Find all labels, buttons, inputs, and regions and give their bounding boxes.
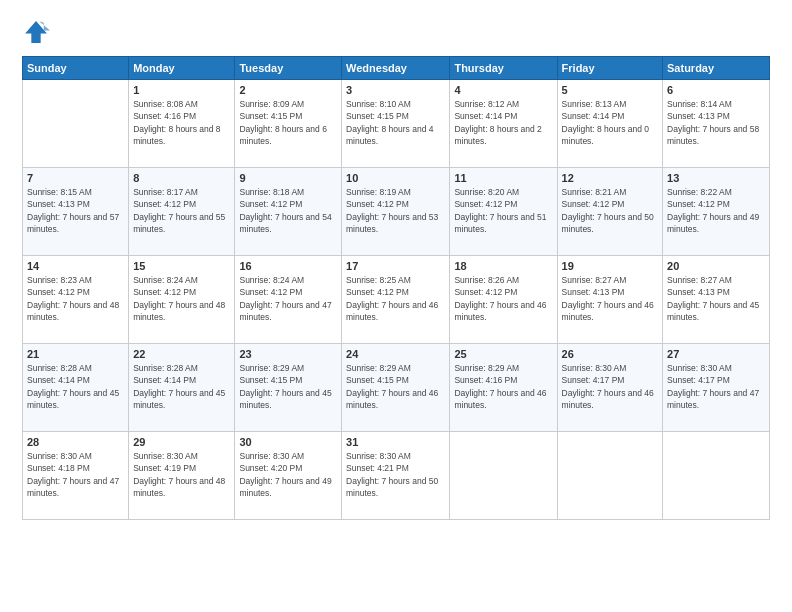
calendar-cell: 24Sunrise: 8:29 AMSunset: 4:15 PMDayligh…: [342, 344, 450, 432]
cell-info: Sunrise: 8:25 AMSunset: 4:12 PMDaylight:…: [346, 274, 445, 323]
day-number: 16: [239, 260, 337, 272]
day-number: 9: [239, 172, 337, 184]
week-row-3: 21Sunrise: 8:28 AMSunset: 4:14 PMDayligh…: [23, 344, 770, 432]
cell-info: Sunrise: 8:28 AMSunset: 4:14 PMDaylight:…: [27, 362, 124, 411]
cell-info: Sunrise: 8:15 AMSunset: 4:13 PMDaylight:…: [27, 186, 124, 235]
day-number: 24: [346, 348, 445, 360]
day-number: 31: [346, 436, 445, 448]
calendar-cell: 19Sunrise: 8:27 AMSunset: 4:13 PMDayligh…: [557, 256, 662, 344]
logo: [22, 18, 54, 46]
cell-info: Sunrise: 8:17 AMSunset: 4:12 PMDaylight:…: [133, 186, 230, 235]
calendar: SundayMondayTuesdayWednesdayThursdayFrid…: [22, 56, 770, 520]
calendar-cell: 2Sunrise: 8:09 AMSunset: 4:15 PMDaylight…: [235, 80, 342, 168]
day-number: 11: [454, 172, 552, 184]
day-number: 26: [562, 348, 658, 360]
calendar-cell: 4Sunrise: 8:12 AMSunset: 4:14 PMDaylight…: [450, 80, 557, 168]
day-number: 8: [133, 172, 230, 184]
day-number: 3: [346, 84, 445, 96]
day-header-tuesday: Tuesday: [235, 57, 342, 80]
day-number: 20: [667, 260, 765, 272]
week-row-1: 7Sunrise: 8:15 AMSunset: 4:13 PMDaylight…: [23, 168, 770, 256]
day-number: 23: [239, 348, 337, 360]
calendar-cell: [23, 80, 129, 168]
cell-info: Sunrise: 8:24 AMSunset: 4:12 PMDaylight:…: [133, 274, 230, 323]
cell-info: Sunrise: 8:28 AMSunset: 4:14 PMDaylight:…: [133, 362, 230, 411]
day-header-wednesday: Wednesday: [342, 57, 450, 80]
day-number: 5: [562, 84, 658, 96]
calendar-cell: 13Sunrise: 8:22 AMSunset: 4:12 PMDayligh…: [663, 168, 770, 256]
day-number: 30: [239, 436, 337, 448]
day-number: 18: [454, 260, 552, 272]
week-row-4: 28Sunrise: 8:30 AMSunset: 4:18 PMDayligh…: [23, 432, 770, 520]
cell-info: Sunrise: 8:09 AMSunset: 4:15 PMDaylight:…: [239, 98, 337, 147]
day-number: 1: [133, 84, 230, 96]
cell-info: Sunrise: 8:08 AMSunset: 4:16 PMDaylight:…: [133, 98, 230, 147]
cell-info: Sunrise: 8:30 AMSunset: 4:17 PMDaylight:…: [667, 362, 765, 411]
day-number: 29: [133, 436, 230, 448]
day-header-monday: Monday: [129, 57, 235, 80]
day-number: 12: [562, 172, 658, 184]
day-number: 17: [346, 260, 445, 272]
day-number: 25: [454, 348, 552, 360]
calendar-cell: 23Sunrise: 8:29 AMSunset: 4:15 PMDayligh…: [235, 344, 342, 432]
day-header-thursday: Thursday: [450, 57, 557, 80]
cell-info: Sunrise: 8:29 AMSunset: 4:15 PMDaylight:…: [239, 362, 337, 411]
cell-info: Sunrise: 8:26 AMSunset: 4:12 PMDaylight:…: [454, 274, 552, 323]
header: [22, 18, 770, 46]
calendar-cell: 3Sunrise: 8:10 AMSunset: 4:15 PMDaylight…: [342, 80, 450, 168]
cell-info: Sunrise: 8:29 AMSunset: 4:15 PMDaylight:…: [346, 362, 445, 411]
day-header-friday: Friday: [557, 57, 662, 80]
cell-info: Sunrise: 8:27 AMSunset: 4:13 PMDaylight:…: [562, 274, 658, 323]
calendar-cell: 7Sunrise: 8:15 AMSunset: 4:13 PMDaylight…: [23, 168, 129, 256]
day-number: 14: [27, 260, 124, 272]
calendar-cell: 26Sunrise: 8:30 AMSunset: 4:17 PMDayligh…: [557, 344, 662, 432]
calendar-cell: 17Sunrise: 8:25 AMSunset: 4:12 PMDayligh…: [342, 256, 450, 344]
day-number: 7: [27, 172, 124, 184]
day-number: 15: [133, 260, 230, 272]
cell-info: Sunrise: 8:22 AMSunset: 4:12 PMDaylight:…: [667, 186, 765, 235]
day-number: 2: [239, 84, 337, 96]
calendar-body: 1Sunrise: 8:08 AMSunset: 4:16 PMDaylight…: [23, 80, 770, 520]
logo-icon: [22, 18, 50, 46]
cell-info: Sunrise: 8:23 AMSunset: 4:12 PMDaylight:…: [27, 274, 124, 323]
cell-info: Sunrise: 8:21 AMSunset: 4:12 PMDaylight:…: [562, 186, 658, 235]
day-number: 13: [667, 172, 765, 184]
day-header-row: SundayMondayTuesdayWednesdayThursdayFrid…: [23, 57, 770, 80]
calendar-cell: 27Sunrise: 8:30 AMSunset: 4:17 PMDayligh…: [663, 344, 770, 432]
cell-info: Sunrise: 8:24 AMSunset: 4:12 PMDaylight:…: [239, 274, 337, 323]
calendar-cell: 25Sunrise: 8:29 AMSunset: 4:16 PMDayligh…: [450, 344, 557, 432]
cell-info: Sunrise: 8:29 AMSunset: 4:16 PMDaylight:…: [454, 362, 552, 411]
calendar-cell: 5Sunrise: 8:13 AMSunset: 4:14 PMDaylight…: [557, 80, 662, 168]
calendar-cell: 30Sunrise: 8:30 AMSunset: 4:20 PMDayligh…: [235, 432, 342, 520]
day-number: 10: [346, 172, 445, 184]
calendar-cell: 15Sunrise: 8:24 AMSunset: 4:12 PMDayligh…: [129, 256, 235, 344]
cell-info: Sunrise: 8:30 AMSunset: 4:19 PMDaylight:…: [133, 450, 230, 499]
calendar-header: SundayMondayTuesdayWednesdayThursdayFrid…: [23, 57, 770, 80]
cell-info: Sunrise: 8:30 AMSunset: 4:17 PMDaylight:…: [562, 362, 658, 411]
calendar-cell: 18Sunrise: 8:26 AMSunset: 4:12 PMDayligh…: [450, 256, 557, 344]
cell-info: Sunrise: 8:20 AMSunset: 4:12 PMDaylight:…: [454, 186, 552, 235]
cell-info: Sunrise: 8:30 AMSunset: 4:20 PMDaylight:…: [239, 450, 337, 499]
calendar-cell: 22Sunrise: 8:28 AMSunset: 4:14 PMDayligh…: [129, 344, 235, 432]
calendar-cell: 28Sunrise: 8:30 AMSunset: 4:18 PMDayligh…: [23, 432, 129, 520]
day-number: 4: [454, 84, 552, 96]
calendar-cell: 16Sunrise: 8:24 AMSunset: 4:12 PMDayligh…: [235, 256, 342, 344]
cell-info: Sunrise: 8:30 AMSunset: 4:21 PMDaylight:…: [346, 450, 445, 499]
day-header-sunday: Sunday: [23, 57, 129, 80]
calendar-cell: 12Sunrise: 8:21 AMSunset: 4:12 PMDayligh…: [557, 168, 662, 256]
cell-info: Sunrise: 8:19 AMSunset: 4:12 PMDaylight:…: [346, 186, 445, 235]
day-number: 6: [667, 84, 765, 96]
cell-info: Sunrise: 8:18 AMSunset: 4:12 PMDaylight:…: [239, 186, 337, 235]
day-number: 22: [133, 348, 230, 360]
calendar-cell: 20Sunrise: 8:27 AMSunset: 4:13 PMDayligh…: [663, 256, 770, 344]
day-header-saturday: Saturday: [663, 57, 770, 80]
day-number: 28: [27, 436, 124, 448]
day-number: 27: [667, 348, 765, 360]
calendar-cell: 10Sunrise: 8:19 AMSunset: 4:12 PMDayligh…: [342, 168, 450, 256]
calendar-cell: 14Sunrise: 8:23 AMSunset: 4:12 PMDayligh…: [23, 256, 129, 344]
cell-info: Sunrise: 8:10 AMSunset: 4:15 PMDaylight:…: [346, 98, 445, 147]
cell-info: Sunrise: 8:27 AMSunset: 4:13 PMDaylight:…: [667, 274, 765, 323]
cell-info: Sunrise: 8:12 AMSunset: 4:14 PMDaylight:…: [454, 98, 552, 147]
calendar-cell: [663, 432, 770, 520]
calendar-cell: [557, 432, 662, 520]
